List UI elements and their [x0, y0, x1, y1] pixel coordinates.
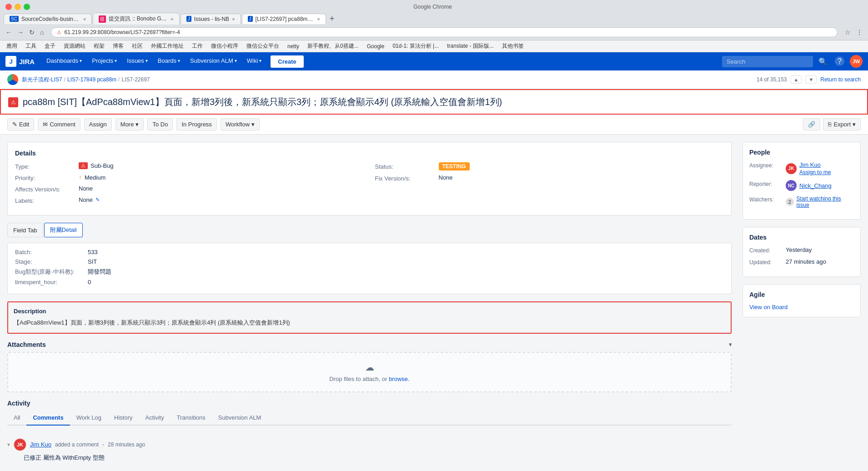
nav-wiki[interactable]: Wiki ▾ [242, 52, 266, 70]
bookmark-tutorial[interactable]: 新手教程、从0搭建... [305, 41, 361, 51]
attachments-collapse-icon[interactable]: ▾ [729, 341, 732, 348]
bookmark-wechat-public[interactable]: 微信公众平台 [244, 41, 282, 51]
tab-worklog[interactable]: Work Log [70, 411, 108, 426]
tab-all[interactable]: All [7, 411, 26, 426]
type-value: ⚠ Sub-Bug [79, 162, 364, 169]
reporter-name[interactable]: Nick_Chang [799, 182, 832, 189]
field-tab-detail[interactable]: 附屬Detail [44, 223, 83, 237]
issue-sidebar: People Assignee: JK Jim Kuo Assign to me… [743, 142, 861, 471]
timespent-row: timespent_hour: 0 [15, 279, 724, 286]
assign-button[interactable]: Assign [84, 118, 112, 130]
close-btn[interactable] [5, 4, 12, 10]
bookmark-algo[interactable]: 01d-1: 算法分析 |... [390, 41, 442, 51]
bookmark-frame[interactable]: 程架 [91, 41, 107, 51]
user-avatar-nav[interactable]: JW [850, 55, 863, 68]
create-button[interactable]: Create [271, 55, 303, 68]
comment-button[interactable]: ✉ Comment [38, 118, 80, 130]
watchers-value: 2 Start watching this issue [786, 195, 854, 208]
browser-tab-4[interactable]: J [LIS7-22697] pca88m [SIT] [A... × [242, 14, 326, 24]
collapse-arrow-1[interactable]: ▾ [7, 441, 10, 448]
detail-type-row: Type: ⚠ Sub-Bug [15, 162, 364, 170]
type-icon-small: ⚠ [79, 162, 88, 169]
workflow-arrow-icon: ▾ [251, 121, 255, 128]
export-button[interactable]: ⎘ Export ▾ [823, 118, 861, 130]
to-do-button[interactable]: To Do [147, 118, 173, 130]
workflow-label: Workflow [226, 121, 250, 128]
breadcrumb-parent[interactable]: LIS7-17849 pca88m [67, 76, 116, 83]
bookmark-button[interactable]: ☆ [843, 28, 853, 37]
nav-boards[interactable]: Boards ▾ [153, 52, 185, 70]
in-progress-button[interactable]: In Progress [176, 118, 216, 130]
bookmark-blog[interactable]: 博客 [110, 41, 126, 51]
max-btn[interactable] [24, 4, 30, 10]
search-input[interactable] [722, 56, 813, 67]
bookmark-apps[interactable]: 應用 [4, 41, 20, 51]
detail-fixversion-row: Fix Version/s: None [375, 174, 724, 182]
tab-close-1[interactable]: × [83, 16, 86, 22]
forward-button[interactable]: → [15, 28, 25, 37]
tab-close-2[interactable]: × [171, 16, 173, 22]
bookmark-box[interactable]: 盒子 [42, 41, 58, 51]
workflow-button[interactable]: Workflow ▾ [221, 118, 260, 130]
tab-favicon-1: SC [10, 16, 19, 22]
tab-comments[interactable]: Comments [26, 411, 70, 426]
home-button[interactable]: ⌂ [38, 28, 45, 37]
export-arrow-icon: ▾ [853, 121, 856, 128]
view-on-board-link[interactable]: View on Board [749, 304, 788, 311]
tab-history[interactable]: History [108, 411, 139, 426]
jira-logo[interactable]: J JIRA [5, 56, 35, 67]
search-button[interactable]: 🔍 [817, 55, 829, 68]
comment-author-1[interactable]: Jim Kuo [30, 441, 51, 448]
field-tab-fieldtab[interactable]: Field Tab [7, 223, 43, 237]
nav-subversion[interactable]: Subversion ALM ▾ [186, 52, 241, 70]
watchers-label: Watchers: [749, 195, 786, 203]
url-bar-wrapper[interactable]: ⚠ 61.219.99.29:8080/browse/LIS7-22697?fi… [51, 27, 838, 37]
bookmark-foreign[interactable]: 外國工作地址 [148, 41, 186, 51]
edit-button[interactable]: ✎ Edit [7, 118, 34, 130]
assignee-name[interactable]: Jim Kuo [799, 161, 821, 168]
back-button[interactable]: ← [4, 28, 14, 37]
reload-button[interactable]: ↻ [27, 28, 36, 37]
detail-affects-row: Affects Version/s: None [15, 185, 364, 193]
new-tab-button[interactable]: + [327, 14, 337, 24]
return-to-search[interactable]: Return to search [820, 76, 861, 83]
nav-dashboards[interactable]: Dashboards ▾ [42, 52, 86, 70]
tab-close-3[interactable]: × [232, 16, 235, 22]
link-button[interactable]: 🔗 [803, 118, 820, 130]
breadcrumb: 新光子流程-LIS7 / LIS7-17849 pca88m / LIS7-22… [7, 74, 150, 85]
browser-tab-2[interactable]: 提 提交資訊 :: Bonobo Git Server × [93, 13, 179, 25]
priority-value: ↑ Medium [79, 174, 364, 181]
assign-to-me-link[interactable]: Assign to me [799, 169, 831, 175]
bookmark-resources[interactable]: 資源網站 [61, 41, 88, 51]
bookmark-community[interactable]: 社区 [129, 41, 146, 51]
browser-tab-1[interactable]: SC SourceCode/lis-business-PC/... × [4, 14, 92, 24]
nav-projects[interactable]: Projects ▾ [87, 52, 121, 70]
bookmark-work[interactable]: 工作 [189, 41, 206, 51]
issue-nav: 14 of 35,153 ▲ ▼ Return to search [757, 75, 861, 84]
tab-transitions[interactable]: Transitions [171, 411, 212, 426]
bookmark-wechat-mini[interactable]: 微信小程序 [208, 41, 241, 51]
tab-activity[interactable]: Activity [139, 411, 171, 426]
bookmark-netty[interactable]: netty [285, 42, 302, 50]
wiki-arrow: ▾ [259, 58, 261, 63]
bookmark-tools[interactable]: 工具 [23, 41, 39, 51]
tab-subversion-alm[interactable]: Subversion ALM [212, 411, 268, 426]
browser-tab-3[interactable]: J Issues - lis-NB × [181, 14, 241, 24]
start-watching-link[interactable]: Start watching this issue [797, 195, 854, 208]
help-button[interactable]: ? [833, 55, 846, 67]
labels-edit-icon[interactable]: ✎ [95, 197, 100, 203]
more-button[interactable]: More ▾ [115, 118, 144, 130]
nav-issues[interactable]: Issues ▾ [122, 52, 152, 70]
extensions-button[interactable]: ⋮ [854, 28, 864, 37]
bookmark-google[interactable]: Google [364, 42, 387, 50]
next-issue-button[interactable]: ▼ [805, 75, 817, 84]
bookmark-translate[interactable]: translate - 国际版... [444, 41, 497, 51]
min-btn[interactable] [15, 4, 21, 10]
drop-zone[interactable]: ☁ Drop files to attach, or browse. [7, 352, 732, 392]
bookmark-other[interactable]: 其他书签 [499, 41, 527, 51]
browse-link[interactable]: browse. [389, 376, 410, 382]
tab-close-4[interactable]: × [317, 16, 320, 22]
comment-item-1: ▾ JK Jim Kuo added a comment - 28 minute… [7, 433, 732, 468]
prev-issue-button[interactable]: ▲ [791, 75, 802, 84]
breadcrumb-project[interactable]: 新光子流程-LIS7 [22, 76, 62, 84]
